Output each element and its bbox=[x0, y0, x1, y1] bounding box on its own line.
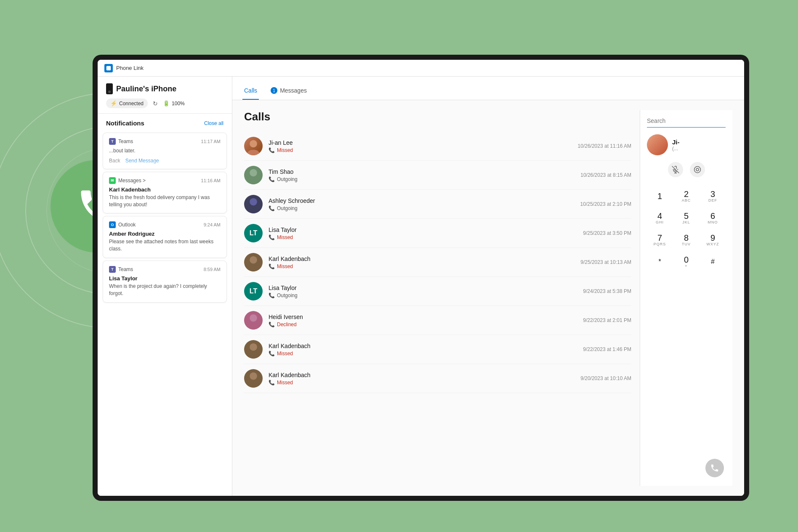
phone-header: Pauline's iPhone ⚡ Connected ↻ 🔋 100% bbox=[98, 77, 232, 114]
bluetooth-icon: ⚡ bbox=[110, 100, 117, 106]
refresh-icon[interactable]: ↻ bbox=[153, 100, 158, 107]
call-name: Ji-an Lee bbox=[269, 139, 578, 146]
dial-key-0[interactable]: 0 + bbox=[673, 251, 699, 272]
call-item-tim-shao[interactable]: Tim Shao 📞 Outgoing 10/26/2023 at 8:15 A… bbox=[244, 161, 631, 190]
svg-point-8 bbox=[247, 266, 260, 271]
title-bar: Phone Link bbox=[98, 60, 744, 77]
app-icon bbox=[104, 64, 113, 72]
notifications-header: Notifications Close all bbox=[98, 114, 232, 130]
notification-card-outlook[interactable]: O Outlook 9:24 AM Amber Rodriguez Please… bbox=[103, 216, 227, 258]
call-info-lisa-taylor-2: Lisa Taylor 📞 Outgoing bbox=[269, 285, 583, 298]
call-name: Karl Kadenbach bbox=[269, 343, 583, 349]
svg-point-18 bbox=[694, 167, 700, 173]
call-status-outgoing: 📞 Outgoing bbox=[269, 205, 580, 211]
svg-point-5 bbox=[250, 198, 257, 206]
phone-name: Pauline's iPhone bbox=[106, 83, 223, 94]
notif-app-label: T Teams bbox=[109, 138, 133, 145]
dial-key-2[interactable]: 2 ABC bbox=[673, 186, 699, 207]
dial-key-9[interactable]: 9 WXYZ bbox=[700, 229, 726, 250]
messages-badge: 1 bbox=[271, 87, 277, 94]
svg-point-9 bbox=[250, 314, 257, 322]
avatar-ashley-schroeder bbox=[244, 195, 263, 213]
svg-point-13 bbox=[250, 372, 257, 380]
call-info-tim-shao: Tim Shao 📞 Outgoing bbox=[269, 168, 580, 182]
dial-key-hash[interactable]: # bbox=[700, 251, 726, 272]
call-item-jian-lee[interactable]: Ji-an Lee 📞 Missed 10/26/2023 at 11:16 A… bbox=[244, 132, 631, 161]
notif-send-message-button[interactable]: Send Message bbox=[125, 158, 159, 164]
app-title: Phone Link bbox=[116, 65, 144, 71]
calls-list-section: Calls Ji-an Lee 📞 Missed bbox=[244, 110, 631, 486]
call-status-outgoing: 📞 Outgoing bbox=[269, 176, 580, 182]
dial-key-1[interactable]: 1 bbox=[647, 186, 673, 207]
notif-back-button[interactable]: Back bbox=[109, 158, 120, 164]
dial-key-star[interactable]: * bbox=[647, 251, 673, 272]
call-item-lisa-taylor-1[interactable]: LT Lisa Taylor 📞 Missed 9/25/2023 at 3:5… bbox=[244, 219, 631, 248]
right-panel: Ji- (... bbox=[640, 110, 732, 486]
dial-key-4[interactable]: 4 GHI bbox=[647, 207, 673, 229]
call-item-karl-kadenbach-2[interactable]: Karl Kadenbach 📞 Missed 9/22/2023 at 1:4… bbox=[244, 335, 631, 364]
avatar-karl-kadenbach bbox=[244, 253, 263, 271]
avatar-karl-kadenbach-2 bbox=[244, 340, 263, 359]
tab-calls[interactable]: Calls bbox=[242, 87, 259, 100]
initiate-call-button[interactable] bbox=[705, 459, 724, 477]
declined-call-icon: 📞 bbox=[269, 322, 275, 327]
dial-key-6[interactable]: 6 MNO bbox=[700, 207, 726, 229]
call-status-missed: 📞 Missed bbox=[269, 263, 580, 269]
call-item-karl-kadenbach-3[interactable]: Karl Kadenbach 📞 Missed 9/20/2023 at 10:… bbox=[244, 364, 631, 393]
call-name: Karl Kadenbach bbox=[269, 255, 580, 262]
call-name: Karl Kadenbach bbox=[269, 372, 580, 378]
call-item-karl-kadenbach-1[interactable]: Karl Kadenbach 📞 Missed 9/25/2023 at 10:… bbox=[244, 248, 631, 277]
contact-detail-preview: (... bbox=[672, 146, 680, 152]
phone-device-icon bbox=[106, 83, 113, 94]
call-item-lisa-taylor-2[interactable]: LT Lisa Taylor 📞 Outgoing 9/24/2023 at 5… bbox=[244, 277, 631, 306]
mute-button[interactable] bbox=[668, 162, 683, 177]
svg-point-2 bbox=[247, 150, 260, 155]
dialpad-grid: 1 2 ABC 3 DEF bbox=[647, 186, 726, 272]
avatar-jian-lee bbox=[244, 137, 263, 155]
outgoing-call-icon: 📞 bbox=[269, 205, 275, 211]
missed-call-icon: 📞 bbox=[269, 263, 275, 269]
outgoing-call-icon: 📞 bbox=[269, 176, 275, 182]
call-name: Heidi Iversen bbox=[269, 314, 583, 320]
dial-key-3[interactable]: 3 DEF bbox=[700, 186, 726, 207]
svg-point-7 bbox=[250, 256, 257, 264]
missed-call-icon: 📞 bbox=[269, 380, 275, 386]
svg-point-12 bbox=[247, 353, 260, 359]
main-content: Calls 1 Messages Calls bbox=[232, 77, 744, 496]
call-time: 9/25/2023 at 10:13 AM bbox=[580, 259, 631, 265]
call-time: 10/26/2023 at 11:16 AM bbox=[578, 143, 631, 149]
dial-key-8[interactable]: 8 TUV bbox=[673, 229, 699, 250]
svg-point-4 bbox=[247, 179, 260, 184]
phone-status-bar: ⚡ Connected ↻ 🔋 100% bbox=[106, 98, 223, 108]
notif-app-label: O Outlook bbox=[109, 221, 136, 228]
bluetooth-status-badge: ⚡ Connected bbox=[106, 98, 148, 108]
calls-title: Calls bbox=[244, 110, 631, 123]
dial-key-7[interactable]: 7 PQRS bbox=[647, 229, 673, 250]
notification-card-teams-1[interactable]: T Teams 11:17 AM ...bout later. Back Sen… bbox=[103, 133, 227, 169]
dial-key-5[interactable]: 5 JKL bbox=[673, 207, 699, 229]
notification-card-teams-2[interactable]: T Teams 8:59 AM Lisa Taylor When is the … bbox=[103, 261, 227, 303]
search-input[interactable] bbox=[647, 117, 726, 124]
call-item-heidi-iversen[interactable]: Heidi Iversen 📞 Declined 9/22/2023 at 2:… bbox=[244, 306, 631, 335]
call-time: 9/20/2023 at 10:10 AM bbox=[580, 375, 631, 381]
sidebar: Pauline's iPhone ⚡ Connected ↻ 🔋 100% bbox=[98, 77, 232, 496]
call-status-outgoing: 📞 Outgoing bbox=[269, 293, 583, 298]
close-all-button[interactable]: Close all bbox=[204, 120, 223, 126]
missed-call-icon: 📞 bbox=[269, 147, 275, 153]
tab-messages[interactable]: 1 Messages bbox=[269, 87, 309, 100]
outgoing-call-icon: 📞 bbox=[269, 293, 275, 298]
missed-call-icon: 📞 bbox=[269, 351, 275, 356]
call-status-missed: 📞 Missed bbox=[269, 147, 578, 153]
call-info-karl-kadenbach-3: Karl Kadenbach 📞 Missed bbox=[269, 372, 580, 386]
svg-point-19 bbox=[696, 168, 699, 171]
call-info-lisa-taylor-1: Lisa Taylor 📞 Missed bbox=[269, 226, 583, 240]
video-button[interactable] bbox=[690, 162, 705, 177]
laptop-screen: Phone Link Pauline's iPhone ⚡ Connected bbox=[98, 60, 744, 496]
svg-point-3 bbox=[250, 169, 257, 177]
avatar-heidi-iversen bbox=[244, 311, 263, 330]
call-time: 10/26/2023 at 8:15 AM bbox=[580, 172, 631, 178]
contact-avatar-preview bbox=[647, 134, 668, 155]
notification-card-messages[interactable]: ✉ Messages > 11:16 AM Karl Kadenbach Thi… bbox=[103, 172, 227, 214]
svg-point-14 bbox=[247, 382, 260, 388]
call-item-ashley-schroeder[interactable]: Ashley Schroeder 📞 Outgoing 10/25/2023 a… bbox=[244, 190, 631, 219]
